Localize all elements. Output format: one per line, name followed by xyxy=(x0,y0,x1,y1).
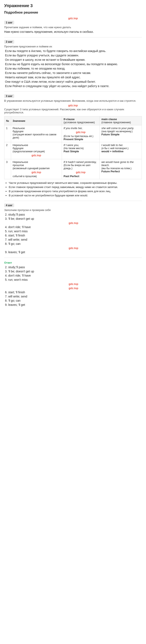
fill-item: 5. run; won't miss xyxy=(5,230,142,233)
fill-item: 6. start; 'll finish xyxy=(5,234,142,237)
gdz-watermark-1: gdz.top xyxy=(68,17,78,20)
row2-num: 2 xyxy=(4,142,11,159)
row3-if: If it hadn't rained yesterday, (Если бы … xyxy=(62,159,100,179)
gdz-watermark-2: gdz.top xyxy=(68,104,78,107)
fill-item: 3. 'll be; doesn't get up xyxy=(5,217,142,220)
table-row: 2 Нереальноебудущее(предполагаемая ситуа… xyxy=(4,142,142,159)
list-item: Если вы поедете в Англию, то будете гово… xyxy=(4,49,142,53)
answer-item: 4. don't ride; 'll have xyxy=(5,274,142,277)
section-subtitle: Подробное решение xyxy=(4,11,142,14)
table-row: 1 Реальноебудущее(ситуация может произой… xyxy=(4,125,142,142)
fill-item: 4. don't ride; 'll have xyxy=(5,226,142,229)
gdz-watermark-5: gdz.top xyxy=(31,171,41,174)
step-1: 1 шаг Прочитаем задание и поймем, что на… xyxy=(4,21,142,34)
row1-if: If you invite her, gdz.top (Если ты приг… xyxy=(62,125,100,142)
answer-item: 2. study;'ll pass xyxy=(5,266,142,269)
gdz-watermark-8: gdz.top xyxy=(69,246,78,250)
row3-main: we would have gone to the beach. (мы бы … xyxy=(100,159,142,179)
row1-main: she will come to your party. (она придёт… xyxy=(100,125,142,142)
answer-list: 2. study;'ll pass 3. 'll be; doesn't get… xyxy=(4,266,142,306)
fill-item: 9. leaves; 'll get xyxy=(5,250,142,254)
step-1-desc: Прочитаем задание и поймем, что нам нужн… xyxy=(4,26,142,29)
answer-item: 6. start; 'll finish xyxy=(5,290,142,294)
list-item: Если вы будете усердно учиться, вы сдади… xyxy=(4,54,142,57)
answer-section: Ответ 2. study;'ll pass 3. 'll be; doesn… xyxy=(4,261,142,306)
step-3: 3 шаг В упражнении используются условные… xyxy=(4,94,142,197)
step-3-bullets: Части условных предложений могут менятьс… xyxy=(4,181,142,197)
gdz-watermark-6: gdz.top xyxy=(76,171,86,174)
col-header-if: If-clause(условное предложение) xyxy=(62,116,100,125)
step-3-desc-sub: Существует 3 типа условных предложений. … xyxy=(4,108,142,114)
fill-item: 8. 'll go; can xyxy=(5,242,142,246)
col-header-meaning: Значение xyxy=(11,116,62,125)
step-4-desc: Заполним пропуски и проверим себя xyxy=(4,208,142,212)
step-2: 2 шаг Прочитаем предложения и поймем их … xyxy=(4,40,142,88)
list-item: Он опоздает в школу, если не встанет в б… xyxy=(4,58,142,62)
row2-if: If I were you, (На твоем месте) Past Sim… xyxy=(62,142,100,159)
list-item: Они поедут в США этим летом, если смогут… xyxy=(4,80,142,83)
step-1-badge: 1 шаг xyxy=(4,21,14,24)
list-item: Если Рейчел в следующем году уйдет из шк… xyxy=(4,84,142,88)
answer-item: 9. leaves; 'll get xyxy=(5,303,142,306)
step-2-badge: 2 шаг xyxy=(4,40,14,44)
step-4-badge: 4 шаг xyxy=(4,204,14,207)
col-header-num: № xyxy=(4,116,11,125)
step-2-list: Если вы поедете в Англию, то будете гово… xyxy=(4,49,142,88)
answer-item: 5. run; won't miss xyxy=(5,278,142,281)
step-4: 4 шаг Заполним пропуски и проверим себя … xyxy=(4,204,142,254)
bullet-item: Если главное предложение стоит перед зав… xyxy=(9,186,142,189)
fill-item: 2. study;'ll pass xyxy=(5,213,142,216)
gdz-watermark-4: gdz.top xyxy=(31,154,41,157)
step-3-desc-main: В упражнении используются условные предл… xyxy=(4,99,142,102)
row1-meaning: Реальноебудущее(ситуация может произойти… xyxy=(11,125,62,142)
gdz-watermark-3: gdz.top xyxy=(76,130,86,134)
answer-item: 7. will write; send xyxy=(5,295,142,298)
gdz-watermark-10: gdz.top xyxy=(69,286,78,290)
step-1-content: Нам нужно составить предложения, использ… xyxy=(4,30,142,34)
conditions-table: № Значение If-clause(условное предложени… xyxy=(4,116,142,179)
gdz-watermark-9: gdz.top xyxy=(69,282,78,286)
fill-list: 2. study;'ll pass 3. 'll be; doesn't get… xyxy=(4,213,142,254)
row1-num: 1 xyxy=(4,125,11,142)
row2-meaning: Нереальноебудущее(предполагаемая ситуаци… xyxy=(11,142,62,159)
answer-item: 3. 'll be; doesn't get up xyxy=(5,270,142,273)
list-item: Если вы не будете ездить на велосипеде б… xyxy=(4,62,142,66)
gdz-watermark-7: gdz.top xyxy=(69,222,78,224)
step-2-desc: Прочитаем предложения и поймем их xyxy=(4,45,142,48)
step-3-badge: 3 шаг xyxy=(4,94,14,98)
answer-item: 8. 'll go; can xyxy=(5,299,142,302)
list-item: Если вы начнете работать сейчас, то зако… xyxy=(4,71,142,74)
exercise-title: Упражнение 3 xyxy=(4,3,142,8)
row2-main: I would talk to her. (я бы с ней поговор… xyxy=(100,142,142,159)
fill-item: 7. will write; send xyxy=(5,238,142,241)
list-item: Если мы побежим, то не опоздаем на поезд… xyxy=(4,67,142,70)
table-row: 3 Нереальноепрошлое (возможный сценарий … xyxy=(4,159,142,179)
bullet-item: В условном предложении второго типа упот… xyxy=(9,190,142,193)
bullet-item: Части условных предложений могут менятьс… xyxy=(9,181,142,184)
bullet-item: В условной части не употребляется будуще… xyxy=(9,194,142,197)
answer-label: Ответ xyxy=(4,261,142,264)
col-header-main: main clause(главное предложение) xyxy=(100,116,142,125)
row3-meaning: Нереальноепрошлое (возможный сценарий ра… xyxy=(11,159,62,179)
list-item: Невита напишет вам, если вы пришлете ей … xyxy=(4,76,142,79)
row3-num: 3 xyxy=(4,159,11,179)
